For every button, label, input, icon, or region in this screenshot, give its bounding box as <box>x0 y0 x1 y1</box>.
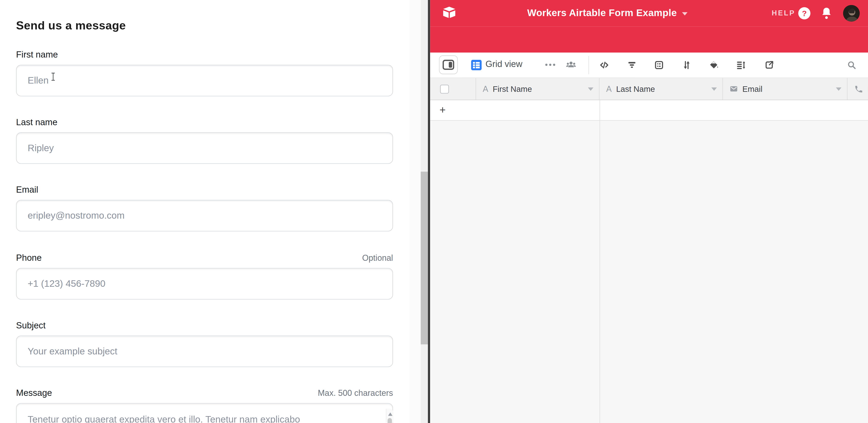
last-name-input[interactable] <box>16 132 393 164</box>
airtable-header: Workers Airtable Form Example HELP ? <box>430 0 868 27</box>
column-caret-icon[interactable] <box>711 87 717 91</box>
subject-label: Subject <box>16 321 45 330</box>
first-name-label: First name <box>16 50 58 59</box>
view-name[interactable]: Grid view <box>486 59 523 69</box>
sidebar-panel-icon <box>439 56 457 73</box>
phone-field[interactable] <box>16 268 393 299</box>
column-header-last-name[interactable]: A Last Name <box>599 78 723 100</box>
grid-empty-area <box>430 121 868 423</box>
column-header-phone[interactable]: Phone <box>847 78 868 100</box>
help-button[interactable]: HELP <box>772 9 795 17</box>
column-caret-icon[interactable] <box>588 87 593 91</box>
notifications-bell-icon[interactable] <box>820 7 833 20</box>
email-label: Email <box>16 185 38 194</box>
column-name: Email <box>742 85 763 93</box>
message-group: Message Max. 500 characters <box>16 388 393 423</box>
last-name-group: Last name <box>16 117 393 164</box>
base-title-caret-icon[interactable] <box>682 12 687 16</box>
message-scrollbar[interactable] <box>386 409 394 422</box>
contact-form-window: Send us a message First name Last name E… <box>0 0 410 423</box>
frozen-column-divider <box>599 100 600 423</box>
select-all-checkbox[interactable] <box>440 85 449 93</box>
scroll-up-icon[interactable] <box>388 413 392 416</box>
phone-group: Phone Optional <box>16 253 393 299</box>
email-field[interactable] <box>16 200 393 231</box>
column-name: First Name <box>493 85 532 93</box>
column-caret-icon[interactable] <box>836 87 841 91</box>
phone-label: Phone <box>16 253 42 262</box>
message-label: Message <box>16 388 52 397</box>
first-name-group: First name <box>16 50 393 96</box>
hide-fields-icon[interactable] <box>599 60 610 70</box>
text-field-icon: A <box>483 84 488 94</box>
row-height-icon[interactable] <box>736 60 746 70</box>
base-title[interactable]: Workers Airtable Form Example <box>527 7 677 19</box>
last-name-label: Last name <box>16 117 58 127</box>
email-group: Email <box>16 185 393 232</box>
airtable-toolbar: Form Submissions SHARE AUTOMATIONS <box>430 27 868 53</box>
form-window-edge <box>410 0 421 423</box>
phone-field-icon <box>854 85 863 93</box>
filter-icon[interactable] <box>627 60 637 70</box>
message-maxchars-note: Max. 500 characters <box>318 388 393 397</box>
view-bar: Grid view <box>430 53 868 78</box>
email-field-icon <box>730 85 738 93</box>
message-scrollbar-thumb[interactable] <box>388 418 392 423</box>
add-row[interactable]: + <box>430 100 868 121</box>
search-icon[interactable] <box>846 60 857 70</box>
page-scrollbar-thumb[interactable] <box>421 172 428 344</box>
column-header-first-name[interactable]: A First Name <box>476 78 599 100</box>
grid-header-row: A First Name A Last Name Email <box>430 78 868 100</box>
viewbar-divider <box>589 56 589 74</box>
grid-view-icon[interactable] <box>471 60 482 70</box>
sort-icon[interactable] <box>681 60 692 70</box>
page-scrollbar[interactable] <box>421 0 428 423</box>
window-divider <box>428 0 430 423</box>
column-header-email[interactable]: Email <box>723 78 847 100</box>
select-all-cell <box>430 78 476 100</box>
first-name-input[interactable] <box>16 65 393 96</box>
airtable-window: Workers Airtable Form Example HELP ? <box>430 0 868 423</box>
form-title: Send us a message <box>16 19 126 32</box>
share-view-icon[interactable] <box>764 60 775 70</box>
subject-group: Subject <box>16 321 393 367</box>
group-icon[interactable] <box>654 60 664 70</box>
view-options-ellipsis-icon[interactable] <box>545 64 548 66</box>
phone-optional-note: Optional <box>362 253 393 262</box>
color-icon[interactable] <box>709 60 719 70</box>
help-question-icon[interactable]: ? <box>798 7 810 19</box>
user-avatar[interactable] <box>843 5 860 22</box>
collaborators-icon[interactable] <box>566 60 577 70</box>
subject-input[interactable] <box>16 336 393 367</box>
add-row-plus-icon[interactable]: + <box>439 104 446 116</box>
column-name: Last Name <box>616 85 655 93</box>
text-cursor-icon <box>51 72 55 81</box>
view-sidebar-toggle-button[interactable] <box>439 56 458 74</box>
message-textarea[interactable] <box>16 403 393 423</box>
text-field-icon: A <box>606 84 612 94</box>
